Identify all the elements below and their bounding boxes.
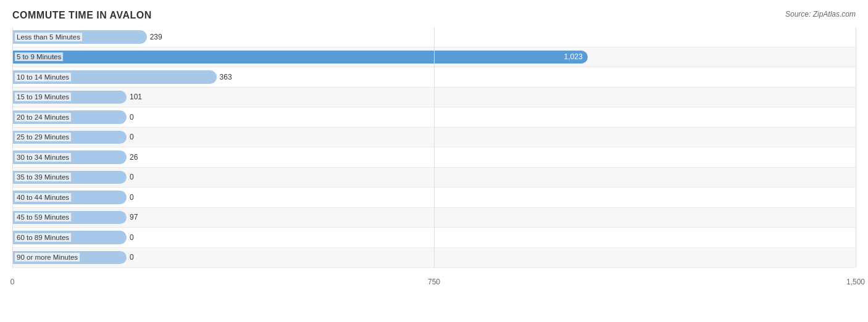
bar-fill: 1,023	[12, 51, 588, 64]
chart-area: 07501,500Less than 5 Minutes2395 to 9 Mi…	[12, 27, 856, 286]
category-label: 20 to 24 Minutes	[15, 113, 71, 122]
bar-value: 1,023	[564, 52, 583, 61]
bar-value: 97	[130, 213, 138, 221]
category-label: Less than 5 Minutes	[15, 33, 82, 41]
bar-value: 239	[150, 33, 162, 41]
bar-value-zero: 0	[130, 253, 134, 262]
category-label: 35 to 39 Minutes	[15, 173, 71, 181]
category-label: 5 to 9 Minutes	[15, 52, 63, 61]
category-label: 15 to 19 Minutes	[15, 93, 71, 101]
category-label: 45 to 59 Minutes	[15, 213, 71, 221]
category-label: 10 to 14 Minutes	[15, 73, 71, 81]
category-label: 40 to 44 Minutes	[15, 193, 71, 202]
chart-source: Source: ZipAtlas.com	[785, 10, 856, 19]
bar-value-zero: 0	[130, 233, 134, 242]
bar-value: 26	[130, 153, 138, 162]
bar-value-zero: 0	[130, 193, 134, 202]
gridline	[12, 27, 13, 268]
category-label: 30 to 34 Minutes	[15, 153, 71, 162]
gridline	[856, 27, 856, 268]
category-label: 25 to 29 Minutes	[15, 133, 71, 141]
bar-value: 363	[220, 73, 232, 81]
bar-value-zero: 0	[130, 133, 134, 141]
bar-value-zero: 0	[130, 113, 134, 122]
x-axis-label: 750	[428, 278, 440, 286]
bar-value: 101	[130, 93, 142, 101]
gridline	[434, 27, 435, 268]
x-axis-label: 0	[10, 278, 15, 286]
category-label: 90 or more Minutes	[15, 253, 80, 262]
chart-title: COMMUTE TIME IN AVALON	[12, 10, 152, 21]
chart-header: COMMUTE TIME IN AVALON Source: ZipAtlas.…	[12, 10, 856, 21]
category-label: 60 to 89 Minutes	[15, 233, 71, 242]
chart-container: COMMUTE TIME IN AVALON Source: ZipAtlas.…	[0, 0, 868, 322]
x-axis-label: 1,500	[846, 278, 865, 286]
bar-value-zero: 0	[130, 173, 134, 181]
